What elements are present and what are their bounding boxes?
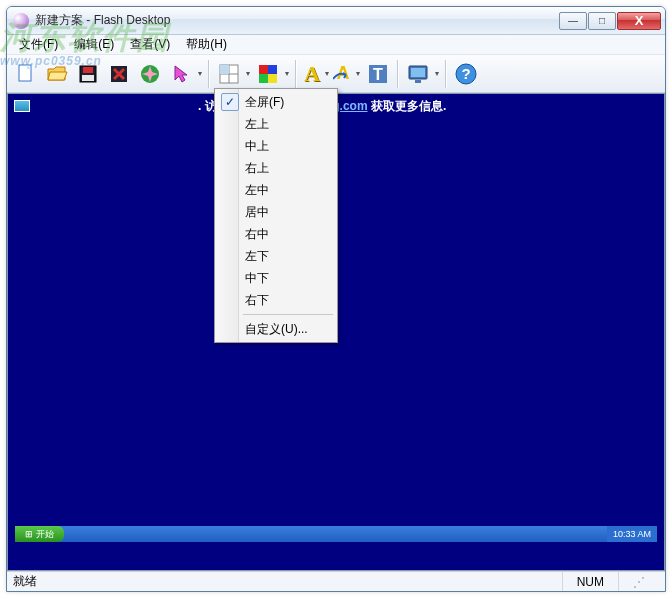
maximize-button[interactable]: □ <box>588 12 616 30</box>
check-icon: ✓ <box>221 93 239 111</box>
sparkle-icon <box>138 62 162 86</box>
svg-rect-10 <box>259 65 268 74</box>
desktop-taskbar: ⊞开始 10:33 AM <box>15 526 657 542</box>
svg-rect-3 <box>82 75 94 81</box>
minimize-button[interactable]: — <box>559 12 587 30</box>
toolbar-separator <box>445 60 447 88</box>
color-button[interactable] <box>253 59 291 89</box>
layout-grid-icon <box>217 62 241 86</box>
svg-text:T: T <box>373 66 383 83</box>
delete-icon <box>107 62 131 86</box>
letter-a-icon: A <box>304 61 320 87</box>
new-button[interactable] <box>11 59 41 89</box>
svg-rect-9 <box>220 65 229 74</box>
svg-rect-11 <box>268 65 277 74</box>
statusbar: 就绪 NUM ⋰ <box>7 571 665 591</box>
dropdown-item-bottom-center[interactable]: 中下 <box>217 267 335 289</box>
status-ready: 就绪 <box>13 573 37 590</box>
svg-text:?: ? <box>461 65 470 82</box>
monitor-button[interactable] <box>403 59 441 89</box>
layout-dropdown: ✓ 全屏(F) 左上 中上 右上 左中 居中 右中 左下 中下 右下 自定义(U… <box>214 88 338 343</box>
open-button[interactable] <box>42 59 72 89</box>
new-file-icon <box>14 62 38 86</box>
window-title: 新建方案 - Flash Desktop <box>35 12 559 29</box>
cursor-icon <box>169 62 193 86</box>
pointer-button[interactable] <box>166 59 204 89</box>
status-num: NUM <box>562 572 618 591</box>
resize-grip[interactable]: ⋰ <box>618 572 659 591</box>
menu-view[interactable]: 查看(V) <box>122 34 178 55</box>
menu-file[interactable]: 文件(F) <box>11 34 66 55</box>
toolbar-separator <box>295 60 297 88</box>
delete-button[interactable] <box>104 59 134 89</box>
close-button[interactable]: X <box>617 12 661 30</box>
svg-rect-12 <box>259 74 268 83</box>
text-effect-button[interactable]: A <box>332 59 362 89</box>
letter-a-arrow-icon: A <box>337 63 350 84</box>
help-button[interactable]: ? <box>451 59 481 89</box>
layout-button[interactable] <box>214 59 252 89</box>
save-button[interactable] <box>73 59 103 89</box>
start-button[interactable]: ⊞开始 <box>15 526 64 542</box>
svg-rect-18 <box>415 80 421 83</box>
app-icon <box>13 13 29 29</box>
dropdown-separator <box>243 314 333 315</box>
color-swatch-icon <box>256 62 280 86</box>
dropdown-item-middle-left[interactable]: 左中 <box>217 179 335 201</box>
floppy-disk-icon <box>76 62 100 86</box>
dropdown-item-fullscreen[interactable]: ✓ 全屏(F) <box>217 91 335 113</box>
text-style-button[interactable]: A <box>301 59 331 89</box>
dropdown-item-bottom-right[interactable]: 右下 <box>217 289 335 311</box>
dropdown-item-top-right[interactable]: 右上 <box>217 157 335 179</box>
menu-help[interactable]: 帮助(H) <box>178 34 235 55</box>
toolbar-separator <box>397 60 399 88</box>
titlebar: 新建方案 - Flash Desktop — □ X <box>7 7 665 35</box>
dropdown-item-custom[interactable]: 自定义(U)... <box>217 318 335 340</box>
font-icon: T <box>366 62 390 86</box>
svg-rect-17 <box>411 68 425 77</box>
svg-rect-13 <box>268 74 277 83</box>
dropdown-item-bottom-left[interactable]: 左下 <box>217 245 335 267</box>
folder-open-icon <box>45 62 69 86</box>
toolbar-separator <box>208 60 210 88</box>
dropdown-item-center[interactable]: 居中 <box>217 201 335 223</box>
monitor-icon <box>406 62 430 86</box>
effect-button[interactable] <box>135 59 165 89</box>
menubar: 文件(F) 编辑(E) 查看(V) 帮助(H) <box>7 35 665 55</box>
dropdown-item-top-left[interactable]: 左上 <box>217 113 335 135</box>
system-tray[interactable]: 10:33 AM <box>607 526 657 542</box>
dropdown-item-top-center[interactable]: 中上 <box>217 135 335 157</box>
font-button[interactable]: T <box>363 59 393 89</box>
svg-rect-2 <box>83 67 93 73</box>
dropdown-item-middle-right[interactable]: 右中 <box>217 223 335 245</box>
flash-object-icon[interactable] <box>14 100 30 112</box>
help-icon: ? <box>454 62 478 86</box>
menu-edit[interactable]: 编辑(E) <box>66 34 122 55</box>
